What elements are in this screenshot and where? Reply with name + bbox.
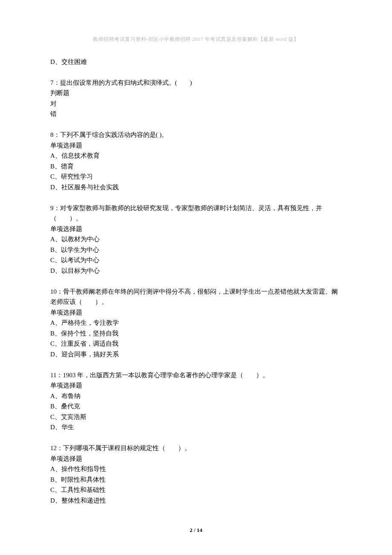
question-8: 8：下列不属于综合实践活动内容的是( )。 单项选择题 A、信息技术教育 B、德… xyxy=(50,130,342,192)
question-type: 单项选择题 xyxy=(50,224,342,234)
question-11: 11：1903 年，出版西方第一本以教育心理学命名著作的心理学家是（ ）。 单项… xyxy=(50,370,342,433)
question-stem: 8：下列不属于综合实践活动内容的是( )。 xyxy=(50,130,342,140)
option-d: D、迎合同事，搞好关系 xyxy=(50,349,342,360)
option-b: B、时限性和具体性 xyxy=(50,474,342,485)
question-9: 9：对专家型教师与新教师的比较研究发现，专家型教师的课时计划简洁、灵活，具有预见… xyxy=(50,203,342,276)
option-a: A、信息技术教育 xyxy=(50,150,342,161)
question-7: 7：提出假设常用的方式有归纳式和演绎式。( ) 判断题 对 错 xyxy=(50,78,342,119)
question-stem: 9：对专家型教师与新教师的比较研究发现，专家型教师的课时计划简洁、灵活，具有预见… xyxy=(50,203,342,224)
option-b: B、桑代克 xyxy=(50,401,342,412)
option-c: C、工具性和基础性 xyxy=(50,485,342,495)
option-d: D、社区服务与社会实践 xyxy=(50,182,342,193)
option-c: C、注重反省，调适自我 xyxy=(50,338,342,349)
question-type: 单项选择题 xyxy=(50,307,342,318)
question-10: 10：骨干教师阚老师在年终的同行测评中得分不高，很郁闷，上课时学生出一点差错他就… xyxy=(50,286,342,360)
question-type: 单项选择题 xyxy=(50,140,342,151)
question-type: 单项选择题 xyxy=(50,380,342,391)
option-c: C、艾宾浩斯 xyxy=(50,412,342,422)
option-d: D、整体性和递进性 xyxy=(50,495,342,506)
question-6-partial: D、交往困难 xyxy=(50,57,342,67)
option-d: D、华生 xyxy=(50,422,342,433)
option-d: D、以目标为中心 xyxy=(50,266,342,276)
page-number: 2 / 14 xyxy=(0,525,392,536)
page-header: 教师招聘考试复习资料-郊区小学教师招聘 2017 年考试真题及答案解析【最新 w… xyxy=(50,34,342,45)
question-stem: 11：1903 年，出版西方第一本以教育心理学命名著作的心理学家是（ ）。 xyxy=(50,370,342,381)
option-false: 错 xyxy=(50,109,342,119)
option-c: C、以考试为中心 xyxy=(50,255,342,266)
question-12: 12：下列哪项不属于课程目标的规定性（ ）。 单项选择题 A、操作性和指导性 B… xyxy=(50,443,342,506)
question-type: 单项选择题 xyxy=(50,454,342,464)
option-a: A、以教材为中心 xyxy=(50,234,342,245)
question-type: 判断题 xyxy=(50,88,342,98)
document-page: 教师招聘考试复习资料-郊区小学教师招聘 2017 年考试真题及答案解析【最新 w… xyxy=(0,0,392,555)
option-d: D、交往困难 xyxy=(50,57,342,67)
question-stem: 10：骨干教师阚老师在年终的同行测评中得分不高，很郁闷，上课时学生出一点差错他就… xyxy=(50,286,342,307)
option-a: A、严格待生，专注教学 xyxy=(50,318,342,328)
question-stem: 12：下列哪项不属于课程目标的规定性（ ）。 xyxy=(50,443,342,454)
option-b: B、保持个性，坚持自我 xyxy=(50,328,342,339)
option-a: A、操作性和指导性 xyxy=(50,464,342,474)
option-a: A、布鲁纳 xyxy=(50,391,342,402)
option-b: B、德育 xyxy=(50,161,342,172)
option-c: C、研究性学习 xyxy=(50,171,342,182)
option-true: 对 xyxy=(50,98,342,109)
option-b: B、以学生为中心 xyxy=(50,245,342,255)
question-stem: 7：提出假设常用的方式有归纳式和演绎式。( ) xyxy=(50,78,342,88)
